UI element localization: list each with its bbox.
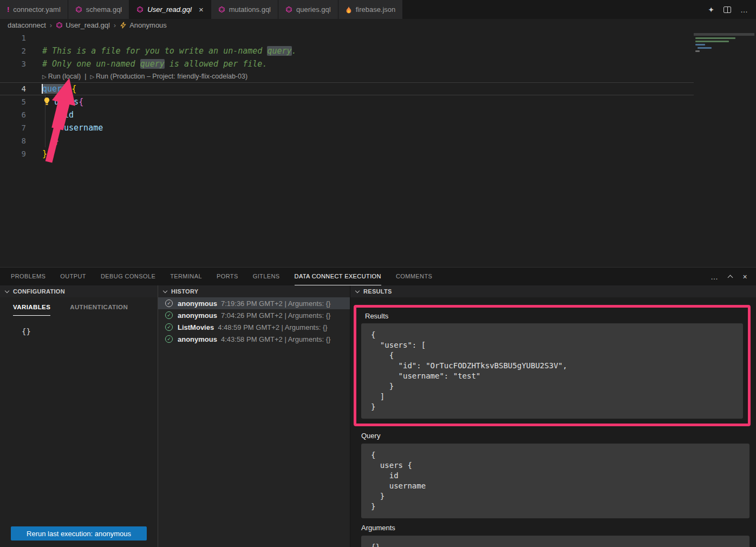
run-production-link[interactable]: ▷Run (Production – Project: friendly-fli… [90,73,247,80]
code-line-6: 6 id [0,108,756,121]
query-code: { users { id username } } [361,444,750,518]
history-entry-name: anonymous [178,299,217,308]
breadcrumb-symbol[interactable]: Anonymous [120,21,167,29]
history-entry-meta: 4:43:58 PM GMT+2 | Arguments: {} [221,335,330,343]
lightbulb-icon[interactable] [43,97,51,106]
breadcrumb-file[interactable]: User_read.gql [56,21,110,29]
minimap-line [698,47,712,49]
annotation-highlight-box: Results { "users": [ { "id": "OrTucFODZH… [354,305,751,426]
close-brace: } [54,136,59,146]
minimap-line [695,44,705,45]
configuration-header[interactable]: CONFIGURATION [0,285,158,297]
run-local-label: Run (local) [48,73,81,80]
arguments-value: {} [361,536,750,547]
tab-connector-yaml[interactable]: ! connector.yaml [0,0,68,19]
history-header[interactable]: HISTORY [158,285,350,297]
history-row[interactable]: ✓ anonymous 4:43:58 PM GMT+2 | Arguments… [158,333,350,345]
results-header-label: RESULTS [363,288,392,295]
code-line-5: 5 users{ [0,95,756,108]
codelens: ▷Run (local) | ▷Run (Production – Projec… [0,70,756,82]
check-circle-icon: ✓ [165,323,173,331]
history-row[interactable]: ✓ anonymous 7:04:26 PM GMT+2 | Arguments… [158,309,350,321]
breadcrumb-symbol-label: Anonymous [129,21,167,29]
copilot-sparkle-icon[interactable]: ✦ [708,5,714,14]
comment-text: # This is a file for you to write an un-… [42,46,267,56]
tab-authentication[interactable]: AUTHENTICATION [70,304,128,316]
field-users: users [54,97,79,107]
tab-schema-gql[interactable]: schema.gql [68,0,129,19]
panel-tab-comments[interactable]: COMMENTS [396,268,432,285]
query-box: { users { id username } } [361,444,750,518]
maximize-panel-icon[interactable] [728,275,733,280]
codelens-separator: | [84,73,86,80]
tab-mutations-gql[interactable]: mutations.gql [211,0,278,19]
code-line-4: 4 query{ [0,82,756,95]
panel-body: CONFIGURATION VARIABLES AUTHENTICATION {… [0,285,756,547]
open-brace: { [71,84,76,94]
warning-icon: ! [7,5,9,14]
history-row[interactable]: ✓ anonymous 7:19:36 PM GMT+2 | Arguments… [158,297,350,309]
line-number: 3 [0,57,34,70]
tab-label: connector.yaml [13,5,60,14]
minimap-slider[interactable] [694,33,754,36]
line-number: 8 [0,134,34,147]
results-header[interactable]: RESULTS [350,285,756,297]
history-entry-meta: 7:04:26 PM GMT+2 | Arguments: {} [221,311,330,320]
configuration-header-label: CONFIGURATION [13,288,65,295]
tab-user-read-gql[interactable]: User_read.gql × [129,0,211,19]
chevron-down-icon [5,289,9,293]
editor-tab-bar: ! connector.yaml schema.gql User_read.gq… [0,0,756,19]
line-number: 7 [0,121,34,134]
tab-label: mutations.gql [229,5,271,14]
code-line-2: 2 # This is a file for you to write an u… [0,44,756,57]
arguments-box: {} [361,536,750,547]
run-local-link[interactable]: ▷Run (local) [42,73,81,80]
code-line-9: 9 } [0,147,756,160]
history-row[interactable]: ✓ ListMovies 4:48:59 PM GMT+2 | Argument… [158,321,350,333]
breadcrumb-folder[interactable]: dataconnect [8,21,46,29]
highlighted-word: query [140,59,165,69]
history-entry-meta: 7:19:36 PM GMT+2 | Arguments: {} [221,299,330,308]
breadcrumb-file-label: User_read.gql [66,21,110,29]
variables-value[interactable]: {} [22,327,158,336]
close-icon[interactable]: × [199,5,204,14]
field-username: username [64,123,103,133]
breadcrumb: dataconnect › User_read.gql › Anonymous [0,19,756,31]
chevron-down-icon [163,289,167,293]
graphql-icon [136,6,144,13]
minimap-line [695,41,729,42]
tab-label: schema.gql [86,5,122,14]
panel-tab-output[interactable]: OUTPUT [60,268,86,285]
code-editor[interactable]: 1 2 # This is a file for you to write an… [0,31,756,267]
panel-tab-data-connect-execution[interactable]: DATA CONNECT EXECUTION [295,268,381,285]
rerun-last-execution-button[interactable]: Rerun last execution: anonymous [11,526,147,541]
line-number: 4 [0,82,34,95]
panel-tab-problems[interactable]: PROBLEMS [11,268,45,285]
panel-tab-gitlens[interactable]: GITLENS [253,268,280,285]
tab-firebase-json[interactable]: firebase.json [338,0,403,19]
history-section: HISTORY ✓ anonymous 7:19:36 PM GMT+2 | A… [158,285,350,547]
check-circle-icon: ✓ [165,299,173,307]
minimap[interactable] [694,33,754,63]
line-number: 5 [0,95,34,108]
results-label: Results [365,312,744,320]
more-actions-icon[interactable]: … [740,5,748,14]
panel-tab-debug-console[interactable]: DEBUG CONSOLE [101,268,155,285]
history-header-label: HISTORY [171,288,198,295]
panel-tab-ports[interactable]: PORTS [217,268,238,285]
tab-variables[interactable]: VARIABLES [13,304,50,316]
run-production-label: Run (Production – Project: friendly-flix… [96,73,247,80]
split-editor-icon[interactable] [724,6,731,13]
history-entry-name: anonymous [178,311,217,320]
close-panel-icon[interactable]: × [742,272,747,281]
arguments-label: Arguments [361,524,756,532]
tab-queries-gql[interactable]: queries.gql [278,0,338,19]
more-actions-icon[interactable]: … [711,272,718,281]
play-icon: ▷ [90,74,94,80]
editor-actions: ✦ … [708,0,756,19]
graphql-icon [75,6,82,13]
bottom-panel: PROBLEMS OUTPUT DEBUG CONSOLE TERMINAL P… [0,267,756,547]
line-number: 9 [0,147,34,160]
panel-tab-terminal[interactable]: TERMINAL [170,268,202,285]
history-entry-name: anonymous [178,335,217,343]
